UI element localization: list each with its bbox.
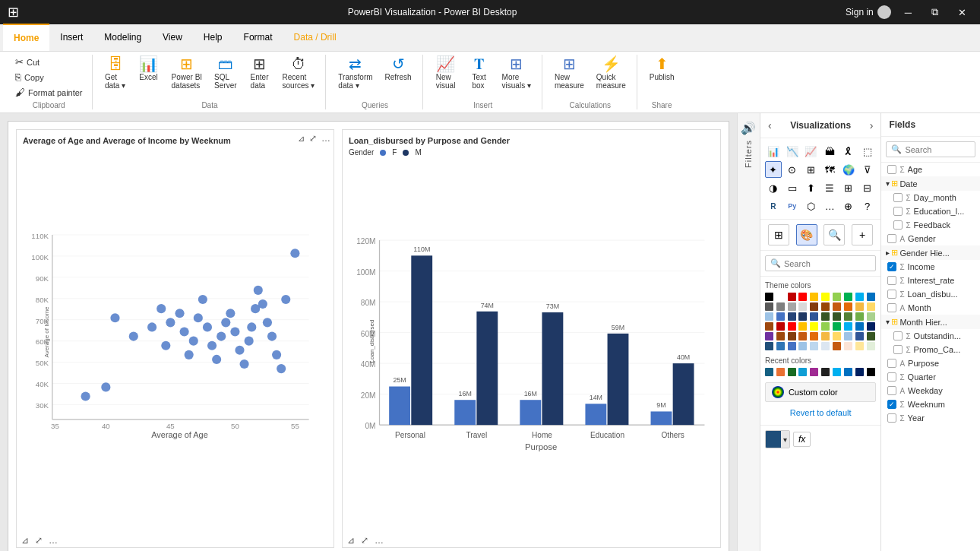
new-visual-button[interactable]: 📈 Newvisual: [431, 55, 461, 91]
field-group-header[interactable]: ▸ ⊞ Gender Hie...: [881, 245, 980, 260]
theme-color-swatch[interactable]: [788, 293, 796, 301]
theme-color-swatch[interactable]: [821, 342, 830, 350]
recent-color-swatch[interactable]: [821, 368, 830, 376]
field-item[interactable]: A Weekday: [881, 384, 980, 397]
theme-color-swatch[interactable]: [867, 332, 875, 340]
viz-area-icon[interactable]: 🏔: [821, 143, 838, 160]
theme-color-swatch[interactable]: [776, 312, 785, 321]
field-item[interactable]: Σ Outstandin...: [881, 329, 980, 343]
theme-color-swatch[interactable]: [833, 302, 841, 311]
color-dropdown[interactable]: ▾: [765, 430, 790, 448]
field-item[interactable]: Σ Quarter: [881, 370, 980, 384]
theme-color-swatch[interactable]: [810, 312, 818, 321]
field-item[interactable]: ✓ Σ Income: [881, 260, 980, 274]
viz-ribbon-icon[interactable]: 🎗: [840, 143, 857, 160]
tab-format[interactable]: Format: [233, 24, 283, 51]
viz-add-btn[interactable]: +: [852, 224, 873, 245]
viz-waterfall-icon[interactable]: ⬚: [859, 143, 876, 160]
theme-color-swatch[interactable]: [844, 293, 852, 301]
theme-color-swatch[interactable]: [776, 293, 785, 301]
refresh-button[interactable]: ↺ Refresh: [381, 55, 416, 83]
field-item[interactable]: Σ Loan_disbu...: [881, 287, 980, 301]
theme-color-swatch[interactable]: [810, 332, 818, 340]
field-item[interactable]: Σ Interest_rate: [881, 274, 980, 287]
new-measure-button[interactable]: ⊞ Newmeasure: [550, 55, 589, 91]
theme-color-swatch[interactable]: [776, 342, 785, 350]
recent-color-swatch[interactable]: [776, 368, 785, 376]
viz-format-btn[interactable]: 🎨: [796, 224, 817, 245]
viz-r-icon[interactable]: R: [765, 198, 782, 214]
sql-server-button[interactable]: 🗃 SQLServer: [210, 55, 241, 91]
viz-search-input[interactable]: [784, 259, 871, 268]
custom-color-button[interactable]: Custom color: [765, 382, 877, 402]
theme-color-swatch[interactable]: [798, 293, 807, 301]
bar-more-icon[interactable]: …: [375, 535, 384, 546]
theme-color-swatch[interactable]: [765, 293, 773, 301]
viz-funnel-icon[interactable]: ⊽: [859, 161, 876, 178]
recent-color-swatch[interactable]: [833, 368, 841, 376]
viz-qna-icon[interactable]: ?: [859, 198, 876, 214]
field-item[interactable]: Σ Feedback: [881, 218, 980, 232]
fields-search-input[interactable]: [905, 145, 970, 154]
viz-kpi-icon[interactable]: ⬆: [802, 179, 819, 196]
tab-modeling[interactable]: Modeling: [93, 24, 152, 51]
theme-color-swatch[interactable]: [788, 302, 796, 311]
filters-panel[interactable]: 🔊 Filters: [738, 113, 760, 551]
theme-color-swatch[interactable]: [844, 302, 852, 311]
bar-chart-container[interactable]: Loan_disbursed by Purpose and Gender Gen…: [342, 129, 721, 548]
more-visuals-button[interactable]: ⊞ Morevisuals ▾: [498, 55, 536, 91]
bar-filter-icon[interactable]: ⊿: [347, 535, 355, 546]
theme-color-swatch[interactable]: [821, 322, 830, 331]
recent-color-swatch[interactable]: [765, 368, 773, 376]
viz-map-icon[interactable]: 🗺: [821, 161, 838, 178]
theme-color-swatch[interactable]: [776, 332, 785, 340]
viz-scatter-icon[interactable]: ✦: [765, 161, 782, 178]
theme-color-swatch[interactable]: [810, 322, 818, 331]
bar-expand-icon[interactable]: ⤢: [361, 535, 368, 546]
scatter-chart-container[interactable]: ⊿ ⤢ … Average of Age and Average of Inco…: [16, 129, 334, 548]
theme-color-swatch[interactable]: [821, 302, 830, 311]
tab-insert[interactable]: Insert: [49, 24, 93, 51]
tab-view[interactable]: View: [152, 24, 193, 51]
field-item[interactable]: A Gender: [881, 232, 980, 245]
viz-pie-icon[interactable]: ⊙: [784, 161, 801, 178]
theme-color-swatch[interactable]: [765, 302, 773, 311]
excel-button[interactable]: 📊 Excel: [134, 55, 164, 83]
scatter-more-icon[interactable]: …: [49, 535, 58, 546]
scatter-filter-icon[interactable]: ⊿: [21, 535, 29, 546]
recent-color-swatch[interactable]: [844, 368, 852, 376]
revert-default-button[interactable]: Revert to default: [765, 405, 877, 420]
fx-button[interactable]: fx: [793, 432, 811, 447]
theme-color-swatch[interactable]: [833, 342, 841, 350]
field-item[interactable]: Σ Day_month: [881, 191, 980, 204]
viz-gauge-icon[interactable]: ◑: [765, 179, 782, 196]
field-item[interactable]: A Month: [881, 301, 980, 315]
recent-sources-button[interactable]: ⏱ Recentsources ▾: [278, 55, 320, 91]
viz-panel-back[interactable]: ‹: [768, 119, 772, 131]
copy-button[interactable]: ⎘Copy: [12, 70, 86, 84]
theme-color-swatch[interactable]: [810, 293, 818, 301]
theme-color-swatch[interactable]: [833, 293, 841, 301]
chart-filter-btn[interactable]: ⊿: [296, 131, 306, 145]
scatter-expand-icon[interactable]: ⤢: [35, 535, 43, 546]
theme-color-swatch[interactable]: [867, 322, 875, 331]
theme-color-swatch[interactable]: [788, 322, 796, 331]
filters-label[interactable]: Filters: [744, 140, 753, 168]
viz-more-icon[interactable]: …: [821, 198, 838, 214]
chart-more-btn[interactable]: …: [320, 131, 332, 145]
theme-color-swatch[interactable]: [867, 302, 875, 311]
theme-color-swatch[interactable]: [855, 322, 864, 331]
restore-btn[interactable]: ⧉: [925, 5, 944, 20]
theme-color-swatch[interactable]: [821, 293, 830, 301]
sign-in-btn[interactable]: Sign in: [846, 5, 891, 19]
viz-table-icon[interactable]: ⊞: [840, 179, 857, 196]
tab-home[interactable]: Home: [3, 24, 49, 51]
field-item[interactable]: ✓ Σ Weeknum: [881, 397, 980, 411]
theme-color-swatch[interactable]: [810, 342, 818, 350]
theme-color-swatch[interactable]: [788, 312, 796, 321]
theme-color-swatch[interactable]: [810, 302, 818, 311]
get-data-button[interactable]: 🗄 Getdata ▾: [100, 55, 131, 91]
theme-color-swatch[interactable]: [765, 312, 773, 321]
theme-color-swatch[interactable]: [821, 332, 830, 340]
tab-help[interactable]: Help: [193, 24, 233, 51]
